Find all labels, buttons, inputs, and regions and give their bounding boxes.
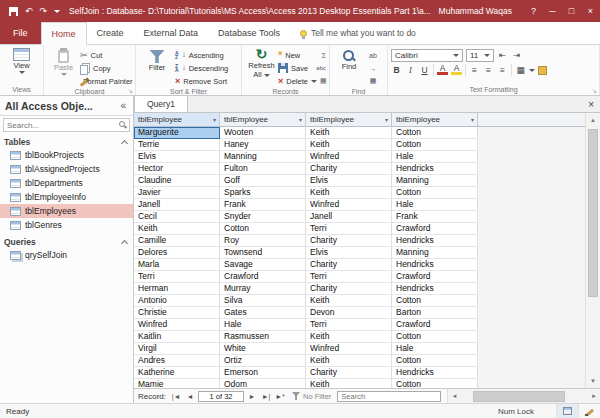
table-cell[interactable]: Cotton <box>392 295 478 307</box>
table-cell[interactable]: Cotton <box>220 223 306 235</box>
table-cell[interactable]: Sparks <box>220 187 306 199</box>
nav-item-tblEmployees[interactable]: tblEmployees <box>0 204 133 218</box>
design-view-button[interactable] <box>578 404 600 418</box>
table-cell[interactable]: Cotton <box>392 355 478 367</box>
column-dropdown-icon[interactable]: ▾ <box>471 116 474 123</box>
font-color-button[interactable]: A <box>437 65 448 75</box>
highlight-color-button[interactable]: A <box>451 65 462 75</box>
customize-qat-icon[interactable] <box>54 10 60 13</box>
table-cell[interactable]: Barton <box>392 307 478 319</box>
font-size-select[interactable]: 11 <box>466 49 494 62</box>
table-cell[interactable]: Claudine <box>134 175 220 187</box>
help-button[interactable]: ? <box>524 0 543 22</box>
nav-group-queries[interactable]: Queries <box>0 235 133 248</box>
table-cell[interactable]: Crawford <box>392 319 478 331</box>
text-formatting-dialog-launcher-icon[interactable]: ↘ <box>592 87 597 94</box>
gridlines-button[interactable]: ▦ <box>515 64 526 76</box>
table-cell[interactable]: Andres <box>134 355 220 367</box>
scroll-left-icon[interactable]: ◄ <box>448 393 460 399</box>
underline-button[interactable]: U <box>419 64 430 76</box>
table-cell[interactable]: Keith <box>306 379 392 388</box>
user-name[interactable]: Muhammad Waqas <box>439 6 512 16</box>
table-cell[interactable]: Terrie <box>134 139 220 151</box>
first-record-button[interactable]: |◄ <box>170 393 182 400</box>
table-cell[interactable]: Elvis <box>134 151 220 163</box>
column-dropdown-icon[interactable]: ▾ <box>385 116 388 123</box>
table-cell[interactable]: Hendricks <box>392 259 478 271</box>
increase-indent-button[interactable]: ⇥ <box>511 50 522 62</box>
table-cell[interactable]: Cotton <box>392 139 478 151</box>
table-cell[interactable]: Roy <box>220 235 306 247</box>
column-dropdown-icon[interactable]: ▾ <box>213 116 216 123</box>
table-cell[interactable]: Virgil <box>134 343 220 355</box>
column-header[interactable]: tblEmployee▾ <box>220 113 306 127</box>
table-cell[interactable]: Cecil <box>134 211 220 223</box>
table-cell[interactable]: Silva <box>220 295 306 307</box>
select-button[interactable]: ▦ <box>370 75 377 87</box>
copy-button[interactable]: Copy <box>80 62 132 74</box>
table-cell[interactable]: Hector <box>134 163 220 175</box>
table-cell[interactable]: Charity <box>306 163 392 175</box>
table-cell[interactable]: Antonio <box>134 295 220 307</box>
table-cell[interactable]: Cotton <box>392 127 478 139</box>
table-cell[interactable]: Hendricks <box>392 367 478 379</box>
table-cell[interactable]: Hendricks <box>392 163 478 175</box>
table-cell[interactable]: Charity <box>306 259 392 271</box>
table-cell[interactable]: Keith <box>306 295 392 307</box>
more-records-icon[interactable]: ▦ <box>320 77 327 85</box>
shutter-bar-button[interactable]: « <box>118 100 128 111</box>
nav-item-tblGenres[interactable]: tblGenres <box>0 218 133 232</box>
table-cell[interactable]: Murray <box>220 283 306 295</box>
table-cell[interactable]: Keith <box>306 331 392 343</box>
table-cell[interactable]: Manning <box>220 151 306 163</box>
table-cell[interactable]: Goff <box>220 175 306 187</box>
scroll-up-icon[interactable]: ▲ <box>586 113 600 127</box>
previous-record-button[interactable]: ◄ <box>184 393 196 400</box>
table-cell[interactable]: Winfred <box>306 199 392 211</box>
refresh-all-button[interactable]: ↻ Refresh All <box>245 47 278 79</box>
goto-button[interactable]: → <box>370 62 377 74</box>
table-cell[interactable]: Charity <box>306 235 392 247</box>
table-cell[interactable]: Delores <box>134 247 220 259</box>
table-cell[interactable]: White <box>220 343 306 355</box>
table-cell[interactable]: Keith <box>306 139 392 151</box>
italic-button[interactable]: I <box>405 64 416 76</box>
tab-file[interactable]: File <box>0 22 41 44</box>
table-cell[interactable]: Terri <box>306 271 392 283</box>
tell-me-box[interactable]: Tell me what you want to do <box>300 22 416 44</box>
table-cell[interactable]: Crawford <box>220 271 306 283</box>
table-cell[interactable]: Hale <box>392 343 478 355</box>
nav-group-tables[interactable]: Tables <box>0 135 133 148</box>
table-cell[interactable]: Hale <box>392 151 478 163</box>
table-cell[interactable]: Keith <box>134 223 220 235</box>
align-center-button[interactable]: ≡ <box>483 64 494 76</box>
tab-create[interactable]: Create <box>87 22 134 44</box>
undo-icon[interactable]: ↶ <box>25 7 33 16</box>
table-cell[interactable]: Ortiz <box>220 355 306 367</box>
nav-search-input[interactable] <box>3 118 130 132</box>
table-cell[interactable]: Frank <box>392 211 478 223</box>
table-cell[interactable]: Crawford <box>392 223 478 235</box>
tab-external-data[interactable]: External Data <box>134 22 209 44</box>
table-cell[interactable]: Winfred <box>306 343 392 355</box>
decrease-indent-button[interactable]: ⇤ <box>497 50 508 62</box>
document-tab-query1[interactable]: Query1 <box>134 95 188 112</box>
table-cell[interactable]: Terri <box>306 319 392 331</box>
table-cell[interactable]: Emerson <box>220 367 306 379</box>
descending-button[interactable]: ZA ↓ Descending <box>175 62 237 74</box>
format-painter-button[interactable]: Format Painter <box>80 75 132 87</box>
redo-icon[interactable]: ↷ <box>40 7 48 16</box>
table-cell[interactable]: Devon <box>306 307 392 319</box>
table-cell[interactable]: Elvis <box>306 247 392 259</box>
save-icon[interactable] <box>9 7 18 16</box>
column-header[interactable]: tblEmployee▾ <box>392 113 478 127</box>
table-cell[interactable]: Gates <box>220 307 306 319</box>
table-cell[interactable]: Javier <box>134 187 220 199</box>
table-cell[interactable]: Janell <box>134 199 220 211</box>
column-header[interactable]: tblEmployee▾ <box>306 113 392 127</box>
table-cell[interactable]: Fulton <box>220 163 306 175</box>
table-cell[interactable]: Keith <box>306 355 392 367</box>
table-cell[interactable]: Christie <box>134 307 220 319</box>
table-cell[interactable]: Hendricks <box>392 235 478 247</box>
new-record-button-ribbon[interactable]: * New Σ <box>278 49 326 61</box>
